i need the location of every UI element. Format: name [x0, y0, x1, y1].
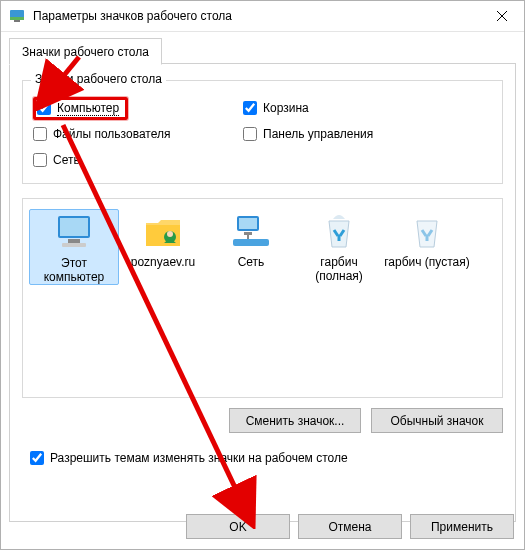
preview-item-network[interactable]: Сеть: [207, 209, 295, 285]
checkbox-recyclebin[interactable]: Корзина: [243, 95, 453, 121]
svg-rect-15: [244, 232, 252, 235]
checkbox-computer[interactable]: Компьютер: [33, 95, 243, 121]
titlebar: Параметры значков рабочего стола: [1, 1, 524, 32]
checkbox-userfiles-label: Файлы пользователя: [53, 127, 170, 141]
checkbox-allow-themes-label: Разрешить темам изменять значки на рабоч…: [50, 451, 348, 465]
tab-panel: Значки рабочего стола Компьютер Корзина …: [9, 64, 516, 522]
preview-label: Этот компьютер: [30, 256, 118, 284]
checkbox-controlpanel-label: Панель управления: [263, 127, 373, 141]
recycle-empty-icon: [383, 209, 471, 251]
svg-rect-14: [239, 218, 257, 229]
svg-rect-8: [60, 218, 88, 236]
close-button[interactable]: [479, 1, 524, 31]
preview-label: гарбич (пустая): [383, 255, 471, 269]
preview-label: poznyaev.ru: [119, 255, 207, 269]
checkbox-network[interactable]: Сеть: [33, 147, 243, 173]
tab-desktop-icons[interactable]: Значки рабочего стола: [9, 38, 162, 65]
checkbox-network-input[interactable]: [33, 153, 47, 167]
checkbox-computer-label: Компьютер: [57, 101, 119, 116]
preview-item-bin-full[interactable]: гарбич (полная): [295, 209, 383, 285]
group-desktop-icons: Значки рабочего стола Компьютер Корзина …: [22, 80, 503, 184]
svg-rect-9: [68, 239, 80, 243]
checkbox-controlpanel[interactable]: Панель управления: [243, 121, 453, 147]
checkbox-network-label: Сеть: [53, 153, 80, 167]
svg-point-12: [167, 231, 173, 237]
change-icon-button[interactable]: Сменить значок...: [229, 408, 361, 433]
default-icon-button[interactable]: Обычный значок: [371, 408, 503, 433]
svg-rect-10: [62, 243, 86, 247]
preview-item-bin-empty[interactable]: гарбич (пустая): [383, 209, 471, 285]
checkbox-recyclebin-input[interactable]: [243, 101, 257, 115]
preview-label: гарбич (полная): [295, 255, 383, 283]
close-icon: [497, 11, 507, 21]
dialog-buttons: OK Отмена Применить: [186, 514, 514, 539]
checkbox-allow-themes-input[interactable]: [30, 451, 44, 465]
checkbox-computer-input[interactable]: [37, 101, 51, 115]
cancel-button[interactable]: Отмена: [298, 514, 402, 539]
preview-item-thispc[interactable]: Этот компьютер: [29, 209, 119, 285]
checkbox-controlpanel-input[interactable]: [243, 127, 257, 141]
dialog-window: Параметры значков рабочего стола Значки …: [0, 0, 525, 550]
computer-icon: [30, 210, 118, 252]
preview-label: Сеть: [207, 255, 295, 269]
tabstrip: Значки рабочего стола: [9, 38, 516, 64]
network-icon: [207, 209, 295, 251]
icon-preview-area: Этот компьютер poznyaev.ru Сеть: [22, 198, 503, 398]
recycle-full-icon: [295, 209, 383, 251]
svg-rect-16: [233, 239, 269, 246]
window-title: Параметры значков рабочего стола: [33, 9, 479, 23]
preview-item-user[interactable]: poznyaev.ru: [119, 209, 207, 285]
checkbox-userfiles-input[interactable]: [33, 127, 47, 141]
icon-buttons-row: Сменить значок... Обычный значок: [22, 408, 503, 433]
checkbox-recyclebin-label: Корзина: [263, 101, 309, 115]
svg-rect-4: [14, 20, 20, 22]
checkbox-allow-themes[interactable]: Разрешить темам изменять значки на рабоч…: [30, 451, 348, 465]
user-folder-icon: [119, 209, 207, 251]
group-title: Значки рабочего стола: [31, 72, 166, 86]
svg-rect-3: [10, 17, 24, 20]
checkbox-userfiles[interactable]: Файлы пользователя: [33, 121, 243, 147]
app-icon: [9, 8, 25, 24]
apply-button[interactable]: Применить: [410, 514, 514, 539]
ok-button[interactable]: OK: [186, 514, 290, 539]
